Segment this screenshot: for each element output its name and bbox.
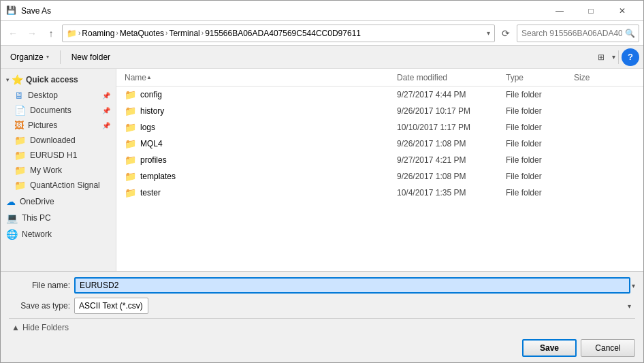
close-button[interactable]: ✕: [607, 1, 638, 21]
view-options: ⊞ ▾ ?: [592, 48, 639, 66]
file-type-cell: File folder: [506, 172, 574, 181]
savetype-wrapper: ASCII Text (*.csv) ▾: [74, 298, 635, 314]
refresh-button[interactable]: ⟳: [498, 25, 514, 42]
hide-folders-chevron-icon: ▲: [12, 323, 20, 332]
table-row[interactable]: 📁 config 9/27/2017 4:44 PM File folder: [116, 86, 643, 103]
column-header-type[interactable]: Type: [506, 73, 574, 82]
file-date-cell: 10/4/2017 1:35 PM: [397, 188, 506, 198]
sidebar-item-label-downloaded: Downloaded: [30, 136, 76, 145]
quick-access-header[interactable]: ▾ ⭐ Quick access: [1, 72, 116, 88]
breadcrumb-hash[interactable]: 915566BA06ADA407569C544CC0D97611: [205, 29, 361, 38]
save-button[interactable]: Save: [522, 339, 577, 357]
sidebar-item-eurusdh1[interactable]: 📁 EURUSD H1: [1, 148, 116, 163]
breadcrumb-metaquotes[interactable]: MetaQuotes: [120, 29, 164, 38]
sidebar-item-documents[interactable]: 📄 Documents 📌: [1, 103, 116, 118]
table-row[interactable]: 📁 templates 9/26/2017 1:08 PM File folde…: [116, 168, 643, 185]
file-name-cell: 📁 logs: [122, 122, 397, 133]
help-button[interactable]: ?: [622, 48, 639, 66]
file-date-cell: 9/27/2017 4:21 PM: [397, 155, 506, 165]
sidebar-item-desktop[interactable]: 🖥 Desktop 📌: [1, 88, 116, 103]
breadcrumb-roaming[interactable]: Roaming: [82, 29, 114, 38]
documents-icon: 📄: [14, 105, 26, 116]
save-as-dialog: 💾 Save As — □ ✕ ← → ↑ 📁 › Roaming › Meta…: [0, 0, 644, 363]
table-row[interactable]: 📁 history 9/26/2017 10:17 PM File folder: [116, 103, 643, 119]
view-dropdown-icon[interactable]: ▾: [612, 53, 615, 61]
filename-dropdown-icon[interactable]: ▾: [632, 282, 635, 289]
sidebar-item-label-eurusdh1: EURUSD H1: [30, 151, 77, 160]
column-header-name[interactable]: Name ▲: [122, 73, 397, 82]
title-bar: 💾 Save As — □ ✕: [1, 1, 643, 21]
file-list-header: Name ▲ Date modified Type Size: [116, 69, 643, 86]
sidebar-item-label-pictures: Pictures: [28, 121, 57, 130]
column-header-size[interactable]: Size: [574, 73, 628, 82]
column-header-date[interactable]: Date modified: [397, 73, 506, 82]
folder-icon: 📁: [125, 187, 136, 198]
breadcrumb-terminal[interactable]: Terminal: [169, 29, 199, 38]
new-folder-button[interactable]: New folder: [66, 48, 116, 66]
file-date-cell: 9/26/2017 10:17 PM: [397, 106, 506, 116]
file-list: 📁 config 9/27/2017 4:44 PM File folder 📁…: [116, 86, 643, 201]
savetype-row: Save as type: ASCII Text (*.csv) ▾: [9, 298, 635, 314]
sort-arrow-icon: ▲: [146, 74, 152, 80]
pin-icon-desktop: 📌: [102, 92, 110, 99]
file-name-text: history: [140, 106, 164, 116]
sidebar-item-downloaded[interactable]: 📁 Downloaded: [1, 133, 116, 148]
cancel-button[interactable]: Cancel: [581, 339, 635, 357]
file-type-cell: File folder: [506, 139, 574, 148]
quick-access-star-icon: ⭐: [12, 74, 23, 85]
filename-label: File name:: [9, 281, 70, 290]
search-input[interactable]: [517, 25, 639, 42]
mywork-folder-icon: 📁: [14, 165, 26, 176]
breadcrumb-dropdown-icon[interactable]: ▾: [487, 29, 490, 37]
window-title: Save As: [21, 6, 544, 16]
breadcrumb-icon: 📁: [67, 29, 77, 38]
sidebar-item-quantaction[interactable]: 📁 QuantAction Signal: [1, 178, 116, 193]
table-row[interactable]: 📁 MQL4 9/26/2017 1:08 PM File folder: [116, 136, 643, 152]
back-button[interactable]: ←: [5, 25, 21, 42]
action-row: Save Cancel: [9, 339, 635, 357]
breadcrumb-item: 📁: [67, 29, 77, 38]
table-row[interactable]: 📁 tester 10/4/2017 1:35 PM File folder: [116, 185, 643, 201]
folder-icon: 📁: [125, 155, 136, 165]
organize-button[interactable]: Organize ▾: [5, 48, 54, 66]
filename-input[interactable]: [74, 277, 630, 294]
thispc-icon: 💻: [6, 212, 18, 223]
sidebar-item-pictures[interactable]: 🖼 Pictures 📌: [1, 118, 116, 133]
pin-icon-documents: 📌: [102, 107, 110, 114]
address-bar: ← → ↑ 📁 › Roaming › MetaQuotes › Termina…: [1, 21, 643, 46]
sidebar-item-network[interactable]: 🌐 Network: [1, 227, 116, 242]
up-button[interactable]: ↑: [43, 25, 59, 42]
network-icon: 🌐: [6, 229, 18, 240]
desktop-icon: 🖥: [14, 90, 24, 101]
savetype-label: Save as type:: [9, 301, 70, 311]
maximize-button[interactable]: □: [575, 1, 607, 21]
pin-icon-pictures: 📌: [102, 122, 110, 129]
quick-access-label: Quick access: [26, 75, 78, 84]
sidebar-item-onedrive[interactable]: ☁ OneDrive: [1, 194, 116, 209]
minimize-button[interactable]: —: [544, 1, 575, 21]
sidebar-item-mywork[interactable]: 📁 My Work: [1, 163, 116, 178]
table-row[interactable]: 📁 profiles 9/27/2017 4:21 PM File folder: [116, 152, 643, 168]
sidebar-item-label-desktop: Desktop: [28, 91, 58, 100]
file-type-cell: File folder: [506, 155, 574, 165]
hide-folders-button[interactable]: ▲ Hide Folders: [9, 321, 71, 334]
file-type-cell: File folder: [506, 90, 574, 99]
bottom-section: File name: ▾ Save as type: ASCII Text (*…: [1, 271, 643, 362]
view-mode-button[interactable]: ⊞: [592, 48, 611, 66]
sidebar-item-label-onedrive: OneDrive: [20, 197, 54, 206]
folder-icon: 📁: [125, 171, 136, 182]
file-name-text: config: [140, 90, 162, 99]
table-row[interactable]: 📁 logs 10/10/2017 1:17 PM File folder: [116, 119, 643, 136]
search-icon: 🔍: [625, 29, 635, 38]
filename-row: File name: ▾: [9, 277, 635, 294]
file-date-cell: 9/26/2017 1:08 PM: [397, 139, 506, 148]
file-date-cell: 9/27/2017 4:44 PM: [397, 90, 506, 99]
file-type-cell: File folder: [506, 123, 574, 132]
sidebar-item-thispc[interactable]: 💻 This PC: [1, 210, 116, 225]
folder-icon: 📁: [125, 106, 136, 116]
thispc-section: 💻 This PC: [1, 210, 116, 225]
file-date-cell: 9/26/2017 1:08 PM: [397, 172, 506, 181]
breadcrumb-bar[interactable]: 📁 › Roaming › MetaQuotes › Terminal › 91…: [62, 25, 495, 42]
savetype-select[interactable]: ASCII Text (*.csv): [74, 298, 148, 314]
forward-button[interactable]: →: [24, 25, 40, 42]
